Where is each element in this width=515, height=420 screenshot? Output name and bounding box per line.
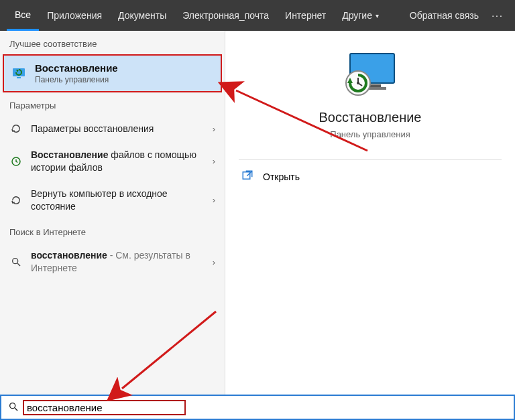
open-label: Открыть [263, 171, 300, 182]
settings-item-label: Восстановление файлов с помощью истории … [31, 149, 205, 174]
file-history-icon [9, 155, 23, 167]
settings-item-recovery-options[interactable]: Параметры восстановления › [0, 116, 225, 142]
open-icon [241, 169, 253, 184]
chevron-right-icon: › [213, 124, 215, 134]
search-input[interactable] [27, 402, 154, 413]
svg-line-18 [15, 408, 17, 411]
preview-title: Восстановление [225, 110, 515, 125]
tab-all[interactable]: Все [7, 0, 39, 31]
search-query-highlight [23, 400, 186, 415]
feedback-link[interactable]: Обратная связь [402, 0, 487, 31]
tab-docs[interactable]: Документы [110, 0, 174, 31]
settings-label: Параметры [0, 92, 225, 116]
settings-item-file-history[interactable]: Восстановление файлов с помощью истории … [0, 142, 225, 181]
chevron-right-icon: › [213, 257, 215, 267]
top-nav: Все Приложения Документы Электронная_поч… [0, 0, 515, 31]
tab-email[interactable]: Электронная_почта [174, 0, 277, 31]
recovery-icon [11, 66, 27, 82]
preview-sub: Панель управления [225, 129, 515, 139]
svg-rect-1 [17, 77, 21, 78]
best-match-sub: Панель управления [35, 75, 118, 84]
tab-more[interactable]: Другие▾ [334, 0, 387, 31]
results-panel: Лучшее соответствие Восстановление Панел… [0, 31, 225, 395]
best-match-title: Восстановление [35, 62, 118, 74]
web-search-label: Поиск в Интернете [0, 219, 225, 242]
search-bar[interactable] [0, 395, 515, 420]
tab-apps[interactable]: Приложения [39, 0, 110, 31]
chevron-right-icon: › [213, 156, 215, 166]
reset-pc-icon [9, 194, 23, 206]
chevron-down-icon: ▾ [376, 12, 379, 19]
tab-internet[interactable]: Интернет [277, 0, 334, 31]
svg-point-4 [13, 259, 18, 264]
preview-panel: Восстановление Панель управления Открыть [225, 31, 515, 395]
search-icon [9, 257, 23, 267]
svg-point-17 [10, 403, 15, 408]
open-action[interactable]: Открыть [225, 160, 515, 193]
web-search-item[interactable]: восстановление - См. результаты в Интерн… [0, 242, 225, 281]
web-search-text: восстановление - См. результаты в Интерн… [31, 249, 205, 275]
best-match-item[interactable]: Восстановление Панель управления [3, 54, 222, 92]
settings-item-reset-pc[interactable]: Вернуть компьютер в исходное состояние › [0, 181, 225, 220]
svg-rect-15 [243, 172, 250, 180]
settings-item-label: Вернуть компьютер в исходное состояние [31, 188, 205, 213]
more-icon[interactable]: ··· [487, 0, 508, 31]
settings-item-label: Параметры восстановления [31, 123, 205, 135]
best-match-label: Лучшее соответствие [0, 31, 225, 54]
chevron-right-icon: › [213, 195, 215, 205]
search-icon [8, 401, 19, 414]
svg-line-5 [17, 263, 20, 266]
recovery-large-icon [338, 51, 402, 99]
recovery-options-icon [9, 123, 23, 135]
